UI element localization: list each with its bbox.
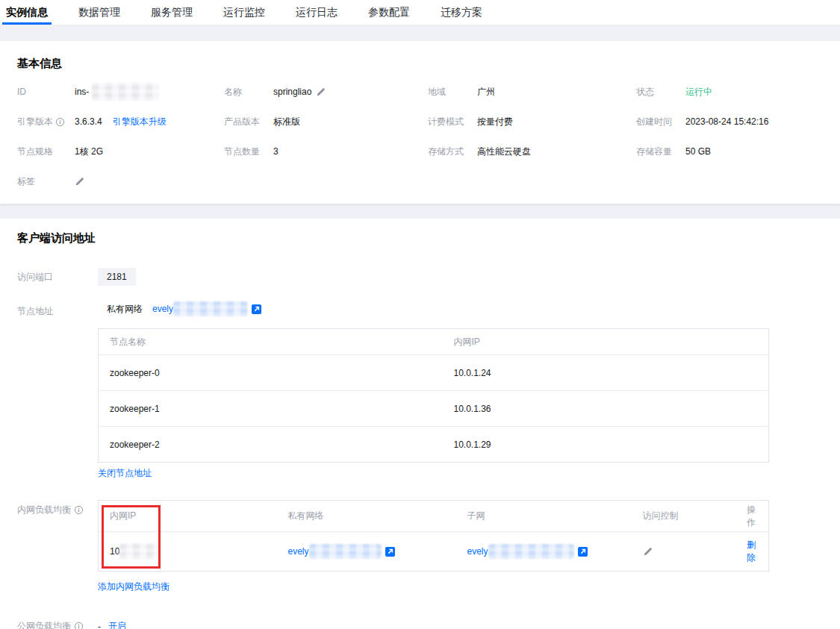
field-storage-type-value: 高性能云硬盘 [477,145,531,158]
redacted-lb-subnet [488,544,574,559]
tab-parameter-config[interactable]: 参数配置 [368,0,410,25]
node-ip-cell: 10.0.1.36 [443,391,769,427]
tab-migration-plan[interactable]: 迁移方案 [441,0,482,25]
access-port-value: 2181 [98,268,136,286]
basic-info-grid: ID ins- 名称 springliao 地域 广州 状态 运行中 [17,77,822,196]
lb-header-acl: 访问控制 [643,501,740,532]
field-product-value: 标准版 [273,116,300,128]
field-created-time: 创建时间 2023-08-24 15:42:16 [636,107,822,137]
public-lb-placeholder: - [98,622,101,629]
lb-subnet-prefix: evely [467,546,488,557]
external-link-icon[interactable] [578,547,588,557]
field-region-value: 广州 [477,86,495,98]
node-table-header-name: 节点名称 [99,329,443,355]
public-lb-label: 公网负载均衡 [17,620,71,629]
redacted-vpc-name [173,301,248,316]
redacted-instance-id [92,83,159,101]
node-table-header-row: 节点名称 内网IP [99,329,769,355]
intranet-lb-row: 内网负载均衡 内网IP 私有网络 子网 访问控制 操作 [17,500,822,593]
field-product-label: 产品版本 [224,116,273,128]
field-spec-label: 节点规格 [17,145,75,158]
field-storage-size-value: 50 GB [685,146,711,157]
node-address-row: 节点地址 私有网络 evely 节点名称 内网IP zookee [17,301,822,480]
redacted-lb-vpc [309,544,382,559]
network-type-label: 私有网络 [107,303,143,316]
field-storage-type-label: 存储方式 [428,145,477,158]
vpc-link-prefix: evely [152,304,173,314]
lb-acl-cell [643,532,740,572]
enable-public-lb-link[interactable]: 开启 [108,620,126,629]
tab-monitoring[interactable]: 运行监控 [223,0,265,25]
edit-tags-pencil-icon[interactable] [75,176,85,187]
node-ip-cell: 10.0.1.24 [443,355,769,391]
lb-header-operation: 操作 [740,501,769,532]
lb-header-subnet: 子网 [467,501,643,532]
field-billing-label: 计费模式 [428,116,477,128]
basic-info-card: 基本信息 ID ins- 名称 springliao 地域 广州 状态 运行中 [0,41,840,204]
lb-header-ip: 内网IP [99,501,288,532]
lb-vpc-link[interactable]: evely [288,544,382,559]
node-name-cell: zookeeper-0 [99,355,443,391]
lb-subnet-cell: evely [467,532,643,572]
field-name: 名称 springliao [224,77,428,107]
table-row: zookeeper-2 10.0.1.29 [99,427,769,463]
edit-acl-pencil-icon[interactable] [643,546,653,557]
lb-ip-prefix: 10 [110,546,119,557]
field-nodes-label: 节点数量 [224,145,273,158]
lb-vpc-prefix: evely [288,546,309,557]
tab-bar: 实例信息 数据管理 服务管理 运行监控 运行日志 参数配置 迁移方案 [0,0,840,25]
node-address-table: 节点名称 内网IP zookeeper-0 10.0.1.24 zookeepe… [98,328,769,463]
node-address-label: 节点地址 [17,301,98,318]
public-lb-info-icon[interactable] [74,622,84,629]
node-address-content: 私有网络 evely 节点名称 内网IP zookeeper-0 10.0.1.… [98,301,769,480]
field-product-version: 产品版本 标准版 [224,107,428,137]
public-lb-row: 公网负载均衡 - 开启 [17,616,822,629]
external-link-icon[interactable] [252,304,261,314]
vpc-network-link[interactable]: evely [152,301,248,316]
lb-subnet-link[interactable]: evely [467,544,574,559]
field-node-spec: 节点规格 1核 2G [17,137,224,166]
lb-operation-cell: 删除 [740,532,769,572]
lb-ip-cell: 10 [99,532,288,572]
field-status-label: 状态 [636,86,685,98]
field-id: ID ins- [17,77,224,107]
intranet-lb-table: 内网IP 私有网络 子网 访问控制 操作 10 [98,500,769,572]
tab-service-management[interactable]: 服务管理 [151,0,193,25]
field-name-value: springliao [273,87,311,97]
delete-lb-link[interactable]: 删除 [747,539,756,563]
field-engine-label: 引擎版本 [17,116,53,128]
engine-upgrade-link[interactable]: 引擎版本升级 [113,116,167,128]
tab-instance-info[interactable]: 实例信息 [6,0,48,25]
add-intranet-lb-link[interactable]: 添加内网负载均衡 [98,581,169,593]
field-name-label: 名称 [224,86,273,98]
table-row: zookeeper-0 10.0.1.24 [99,355,769,391]
field-created-value: 2023-08-24 15:42:16 [685,116,768,127]
lb-vpc-cell: evely [288,532,467,572]
background-gap [0,204,840,219]
field-node-count: 节点数量 3 [224,137,428,166]
node-table-header-ip: 内网IP [443,329,769,355]
close-node-address-link[interactable]: 关闭节点地址 [98,467,152,480]
table-row: 10 evely [99,532,769,572]
intranet-lb-content: 内网IP 私有网络 子网 访问控制 操作 10 [98,500,769,593]
field-region: 地域 广州 [428,77,636,107]
field-billing-value: 按量付费 [477,116,513,128]
status-running-badge: 运行中 [685,86,712,98]
field-storage-size: 存储容量 50 GB [636,137,822,166]
field-tags: 标签 [17,166,224,196]
tab-data-management[interactable]: 数据管理 [78,0,120,25]
field-status: 状态 运行中 [636,77,822,107]
external-link-icon[interactable] [385,547,395,557]
field-engine-version: 引擎版本 3.6.3.4 引擎版本升级 [17,107,224,137]
edit-name-pencil-icon[interactable] [316,87,326,97]
engine-info-icon[interactable] [55,117,65,127]
access-port-row: 访问端口 2181 [17,268,822,286]
lb-table-header-row: 内网IP 私有网络 子网 访问控制 操作 [99,501,769,532]
client-access-title: 客户端访问地址 [17,231,822,245]
intranet-lb-info-icon[interactable] [74,505,84,515]
tab-logs[interactable]: 运行日志 [296,0,337,25]
basic-info-title: 基本信息 [17,57,822,71]
node-name-cell: zookeeper-2 [99,427,443,463]
field-spec-value: 1核 2G [75,145,103,158]
field-nodes-value: 3 [273,146,279,157]
